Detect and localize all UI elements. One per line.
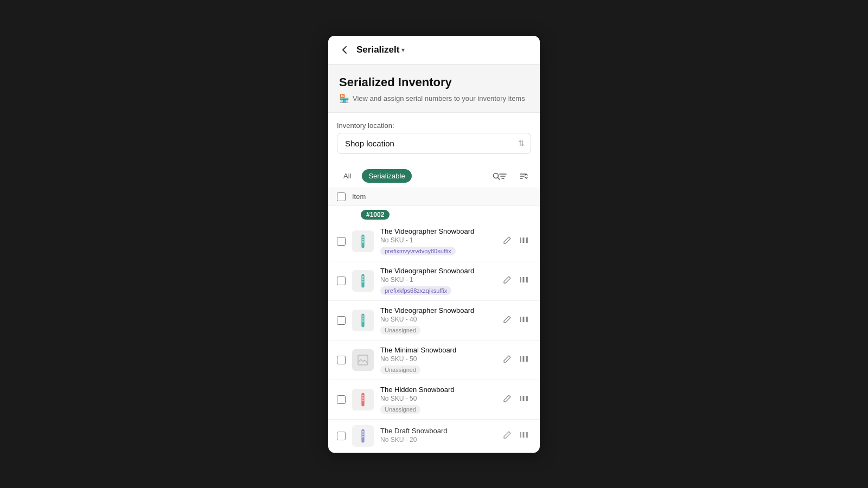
unassigned-badge: Unassigned [380, 405, 420, 414]
svg-rect-20 [522, 277, 522, 282]
barcode-button[interactable] [517, 234, 531, 248]
filter-tab-all[interactable]: All [337, 169, 358, 183]
page-description: 🏪 View and assign serial numbers to your… [339, 94, 529, 104]
search-filter-button[interactable] [489, 169, 510, 183]
item-info: The Videographer Snowboard No SKU - 1 pr… [380, 227, 501, 255]
item-thumbnail [352, 310, 374, 331]
svg-rect-56 [520, 432, 521, 438]
svg-rect-30 [522, 317, 522, 322]
barcode-button[interactable] [517, 313, 531, 327]
svg-rect-6 [362, 236, 364, 238]
info-icon: 🏪 [339, 94, 349, 104]
item-name: The Minimal Snowboard [380, 346, 501, 354]
svg-rect-19 [520, 277, 521, 282]
item-checkbox[interactable] [337, 395, 346, 404]
svg-rect-23 [526, 277, 527, 282]
svg-rect-55 [362, 436, 364, 438]
edit-button[interactable] [501, 393, 514, 406]
svg-rect-11 [523, 237, 524, 243]
svg-rect-60 [526, 432, 527, 438]
svg-rect-34 [527, 317, 528, 322]
location-select[interactable]: Shop location [337, 133, 531, 154]
page-title: Serialized Inventory [339, 75, 529, 89]
svg-rect-61 [527, 432, 528, 438]
item-actions [501, 353, 531, 367]
list-item: The Videographer Snowboard No SKU - 40 U… [328, 301, 540, 341]
item-info: The Videographer Snowboard No SKU - 40 U… [380, 306, 501, 335]
item-info: The Hidden Snowboard No SKU - 50 Unassig… [380, 386, 501, 414]
item-info: The Draft Snowboard No SKU - 20 [380, 427, 501, 445]
barcode-button[interactable] [517, 429, 531, 442]
item-checkbox[interactable] [337, 356, 346, 364]
svg-rect-17 [362, 278, 364, 280]
item-thumbnail [352, 270, 374, 292]
list-item: The Draft Snowboard No SKU - 20 [328, 420, 540, 453]
svg-rect-38 [523, 356, 524, 362]
sort-button[interactable] [515, 169, 531, 183]
edit-button[interactable] [501, 429, 514, 442]
edit-button[interactable] [501, 354, 514, 366]
svg-rect-54 [362, 433, 364, 435]
svg-rect-16 [362, 276, 364, 278]
svg-rect-9 [520, 237, 521, 243]
svg-rect-40 [526, 356, 527, 362]
svg-rect-18 [362, 281, 364, 282]
svg-rect-47 [522, 396, 522, 401]
item-sku: No SKU - 1 [380, 276, 501, 284]
item-sku: No SKU - 1 [380, 236, 501, 244]
item-actions [501, 274, 531, 287]
svg-rect-28 [362, 320, 364, 322]
unassigned-badge: Unassigned [380, 326, 420, 335]
sub-banner: Serialized Inventory 🏪 View and assign s… [328, 65, 540, 113]
inventory-list: #1002 The Videographer Snowboard No SKU … [328, 206, 540, 453]
item-info: The Videographer Snowboard No SKU - 1 pr… [380, 267, 501, 295]
content-area: Inventory location: Shop location ⇅ [328, 113, 540, 163]
location-label: Inventory location: [337, 121, 531, 130]
svg-rect-41 [527, 356, 528, 362]
select-all-checkbox[interactable] [337, 192, 346, 201]
item-thumbnail-placeholder [352, 349, 374, 371]
header: SerializeIt ▾ [328, 36, 540, 65]
filter-bar: All Serializable [328, 163, 540, 188]
svg-rect-45 [362, 400, 364, 401]
app-window: SerializeIt ▾ Serialized Inventory 🏪 Vie… [328, 36, 540, 453]
item-checkbox[interactable] [337, 432, 346, 440]
edit-button[interactable] [501, 235, 514, 247]
order-badge: #1002 [361, 210, 390, 220]
svg-rect-58 [523, 432, 524, 438]
description-text: View and assign serial numbers to your i… [353, 94, 525, 102]
item-name: The Hidden Snowboard [380, 386, 501, 394]
item-column-header: Item [352, 192, 366, 201]
svg-rect-37 [522, 356, 522, 362]
item-checkbox[interactable] [337, 237, 346, 246]
barcode-button[interactable] [517, 274, 531, 287]
svg-rect-32 [525, 317, 525, 322]
item-info: The Minimal Snowboard No SKU - 50 Unassi… [380, 346, 501, 374]
svg-rect-21 [523, 277, 524, 282]
list-item: The Videographer Snowboard No SKU - 1 pr… [328, 261, 540, 301]
item-thumbnail [352, 230, 374, 252]
app-title: SerializeIt [356, 44, 399, 55]
back-button[interactable] [337, 42, 352, 57]
group-header: #1002 [328, 206, 540, 222]
svg-rect-35 [358, 355, 368, 365]
svg-rect-22 [525, 277, 525, 282]
edit-button[interactable] [501, 314, 514, 326]
svg-rect-48 [523, 396, 524, 401]
svg-rect-31 [523, 317, 524, 322]
item-thumbnail [352, 389, 374, 410]
svg-rect-33 [526, 317, 527, 322]
filter-tab-serializable[interactable]: Serializable [362, 169, 411, 183]
item-sku: No SKU - 40 [380, 316, 501, 323]
list-item: The Videographer Snowboard No SKU - 1 pr… [328, 222, 540, 261]
svg-rect-27 [362, 318, 364, 319]
barcode-button[interactable] [517, 393, 531, 406]
barcode-button[interactable] [517, 353, 531, 367]
item-checkbox[interactable] [337, 316, 346, 325]
svg-rect-57 [522, 432, 522, 438]
app-title-area[interactable]: SerializeIt ▾ [356, 44, 405, 55]
edit-button[interactable] [501, 274, 514, 287]
item-actions [501, 234, 531, 248]
svg-rect-12 [525, 237, 525, 243]
item-checkbox[interactable] [337, 277, 346, 285]
